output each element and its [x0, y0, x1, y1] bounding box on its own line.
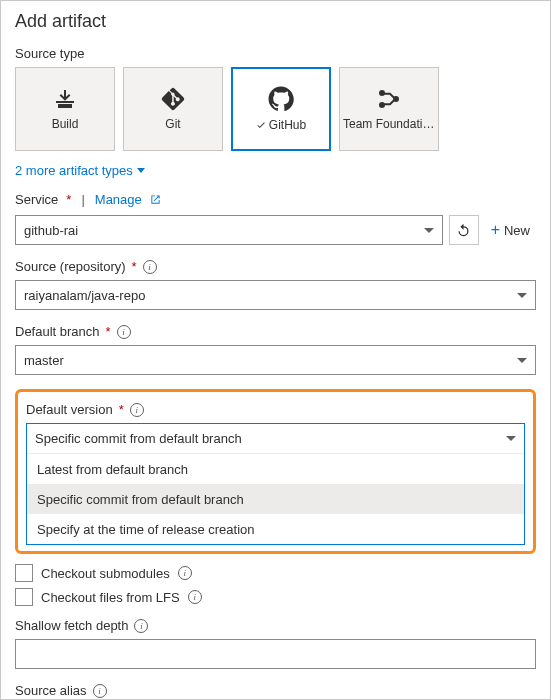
version-select-header[interactable]: Specific commit from default branch [27, 424, 524, 454]
tfvc-icon [377, 87, 401, 111]
service-select[interactable]: github-rai [15, 215, 443, 245]
chevron-down-icon [506, 436, 516, 441]
info-icon[interactable]: i [188, 590, 202, 604]
info-icon[interactable]: i [93, 684, 107, 698]
git-icon [161, 87, 185, 111]
fetch-depth-label: Shallow fetch depth [15, 618, 128, 633]
branch-label: Default branch [15, 324, 100, 339]
checkout-submodules-label: Checkout submodules [41, 566, 170, 581]
more-artifact-types-link[interactable]: 2 more artifact types [15, 163, 536, 178]
tile-github-label: GitHub [269, 118, 306, 132]
info-icon[interactable]: i [143, 260, 157, 274]
source-type-tiles: Build Git GitHub Team Foundation... [15, 67, 536, 151]
branch-select[interactable]: master [15, 345, 536, 375]
checkout-lfs-label: Checkout files from LFS [41, 590, 180, 605]
github-icon [268, 86, 294, 112]
info-icon[interactable]: i [134, 619, 148, 633]
version-option[interactable]: Specify at the time of release creation [27, 514, 524, 544]
page-title: Add artifact [15, 11, 536, 32]
version-label: Default version [26, 402, 113, 417]
info-icon[interactable]: i [178, 566, 192, 580]
repo-select[interactable]: raiyanalam/java-repo [15, 280, 536, 310]
plus-icon: + [491, 221, 500, 239]
checkout-lfs-checkbox[interactable] [15, 588, 33, 606]
tile-git[interactable]: Git [123, 67, 223, 151]
version-select[interactable]: Specific commit from default branch Late… [26, 423, 525, 545]
build-icon [53, 87, 77, 111]
info-icon[interactable]: i [117, 325, 131, 339]
service-label-row: Service * | Manage [15, 192, 536, 207]
source-type-label: Source type [15, 46, 536, 61]
version-option[interactable]: Specific commit from default branch [27, 484, 524, 514]
external-link-icon [150, 194, 161, 205]
chevron-down-icon [517, 293, 527, 298]
required-marker: * [106, 324, 111, 339]
info-icon[interactable]: i [130, 403, 144, 417]
tile-tfvc-label: Team Foundation... [343, 117, 435, 131]
required-marker: * [66, 192, 71, 207]
required-marker: * [132, 259, 137, 274]
service-label: Service [15, 192, 58, 207]
fetch-depth-input[interactable] [15, 639, 536, 669]
tile-build-label: Build [52, 117, 79, 131]
refresh-button[interactable] [449, 215, 479, 245]
chevron-down-icon [137, 168, 145, 173]
tile-tfvc[interactable]: Team Foundation... [339, 67, 439, 151]
new-service-button[interactable]: + New [485, 215, 536, 245]
tile-git-label: Git [165, 117, 180, 131]
version-option[interactable]: Latest from default branch [27, 454, 524, 484]
source-alias-label: Source alias [15, 683, 87, 698]
tile-build[interactable]: Build [15, 67, 115, 151]
checkout-submodules-checkbox[interactable] [15, 564, 33, 582]
repo-label: Source (repository) [15, 259, 126, 274]
check-icon [256, 120, 266, 130]
default-version-highlight: Default version * i Specific commit from… [15, 389, 536, 554]
refresh-icon [456, 223, 471, 238]
chevron-down-icon [424, 228, 434, 233]
manage-link[interactable]: Manage [95, 192, 142, 207]
tile-github[interactable]: GitHub [231, 67, 331, 151]
chevron-down-icon [517, 358, 527, 363]
required-marker: * [119, 402, 124, 417]
